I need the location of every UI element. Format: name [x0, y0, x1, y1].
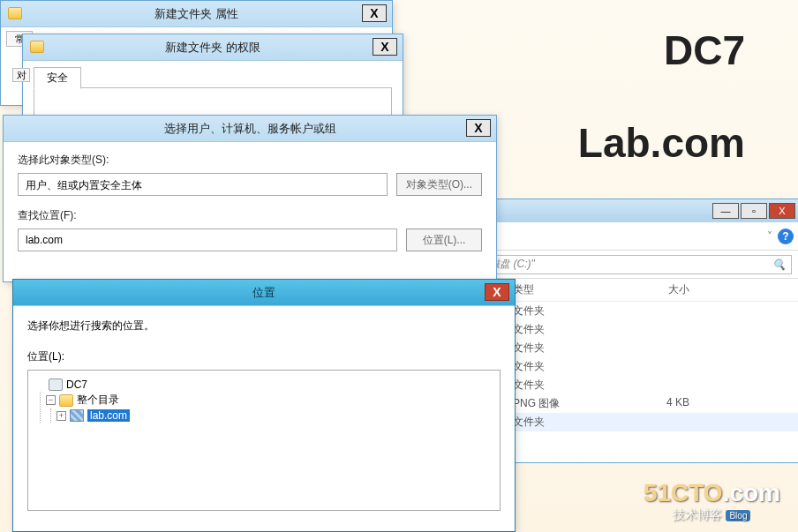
domain-icon	[70, 409, 84, 422]
location-tree: DC7 − 整个目录 + lab.com	[27, 370, 501, 511]
close-button[interactable]: X	[769, 203, 795, 219]
folder-icon	[59, 394, 73, 407]
tree-node-labcom[interactable]: + lab.com	[56, 408, 493, 423]
options-caret[interactable]: ˅	[767, 230, 772, 243]
collapse-icon[interactable]: −	[46, 395, 56, 405]
help-icon[interactable]: ?	[778, 229, 794, 244]
brand-line2: Lab.com	[578, 119, 745, 167]
computer-icon	[49, 378, 63, 391]
close-button[interactable]: X	[373, 38, 397, 56]
expand-icon[interactable]: +	[56, 411, 66, 421]
object-type-button[interactable]: 对象类型(O)...	[396, 173, 482, 196]
folder-icon	[30, 41, 44, 53]
tree-node-dc7[interactable]: DC7	[35, 378, 493, 392]
search-icon: 🔍	[772, 259, 786, 271]
title: 位置	[252, 285, 275, 301]
label-location: 位置(L):	[27, 349, 501, 364]
close-button[interactable]: X	[362, 4, 387, 22]
minimize-button[interactable]: —	[712, 203, 739, 219]
titlebar[interactable]: 位置 X	[13, 280, 515, 306]
close-button[interactable]: X	[485, 283, 509, 301]
location-field: lab.com	[18, 229, 397, 251]
permissions-window: 新建文件夹 的权限 X 对 安全	[22, 34, 403, 122]
select-user-window: 选择用户、计算机、服务帐户或组 X 选择此对象类型(S): 用户、组或内置安全主…	[3, 115, 497, 282]
brand-line1: DC7	[664, 26, 745, 74]
tab-security[interactable]: 安全	[34, 67, 81, 89]
tree-node-directory[interactable]: − 整个目录	[46, 392, 493, 408]
tab-stub-left: 对	[12, 68, 30, 82]
titlebar[interactable]: 新建文件夹 的权限 X	[23, 34, 403, 61]
location-button[interactable]: 位置(L)...	[406, 229, 482, 251]
col-size[interactable]: 大小	[601, 282, 689, 297]
label-object-type: 选择此对象类型(S):	[18, 153, 482, 168]
title: 选择用户、计算机、服务帐户或组	[164, 121, 336, 137]
location-window: 位置 X 选择你想进行搜索的位置。 位置(L): DC7 − 整个目录 +	[12, 279, 516, 532]
object-type-field: 用户、组或内置安全主体	[18, 173, 388, 196]
label-location: 查找位置(F):	[18, 208, 482, 223]
description: 选择你想进行搜索的位置。	[27, 318, 501, 333]
titlebar[interactable]: 新建文件夹 属性 X	[1, 1, 392, 27]
close-button[interactable]: X	[466, 119, 491, 137]
title: 新建文件夹 的权限	[165, 40, 260, 56]
titlebar[interactable]: 选择用户、计算机、服务帐户或组 X	[4, 116, 496, 142]
folder-icon	[8, 7, 22, 19]
maximize-button[interactable]: ▫	[741, 203, 767, 219]
watermark: 51CTO.com 技术博客Blog	[644, 479, 780, 523]
title: 新建文件夹 属性	[154, 6, 238, 22]
col-type[interactable]: 类型	[513, 282, 601, 297]
